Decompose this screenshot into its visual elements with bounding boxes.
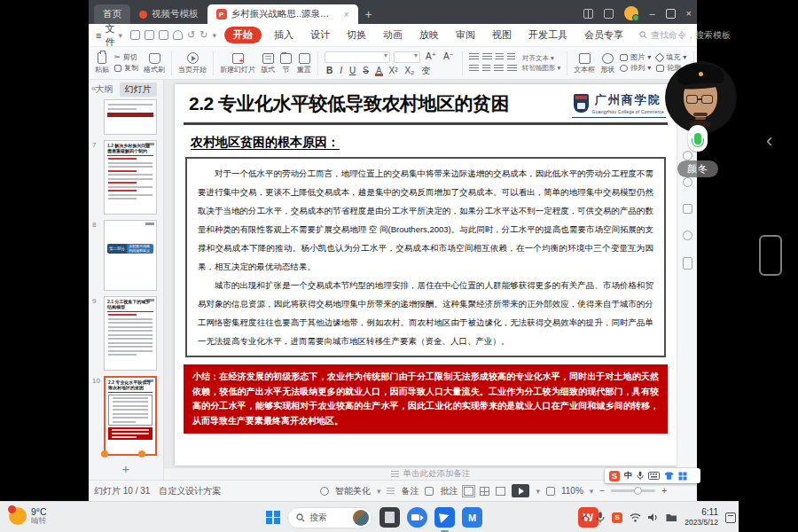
- account-avatar[interactable]: [624, 6, 638, 20]
- sogou-logo-icon[interactable]: S: [609, 471, 620, 481]
- indent-increase-icon[interactable]: [507, 53, 515, 61]
- slide-thumbnail[interactable]: [104, 99, 157, 135]
- taskbar-search-input[interactable]: 搜索: [287, 507, 372, 528]
- zoom-out-button[interactable]: −: [599, 486, 605, 496]
- sorter-view-button[interactable]: [480, 487, 489, 496]
- lang-mode-toggle[interactable]: 中: [624, 470, 632, 481]
- smart-beautify-button[interactable]: 智能美化: [335, 485, 371, 497]
- preview-icon[interactable]: [173, 30, 183, 40]
- beautify-strip-icon[interactable]: [683, 151, 692, 160]
- speaker-icon[interactable]: [648, 512, 659, 522]
- idea-strip-icon[interactable]: [683, 231, 692, 240]
- slideshow-play-button[interactable]: [512, 484, 529, 497]
- play-from-current-button[interactable]: 当页开始: [178, 52, 207, 74]
- redo-icon[interactable]: ↻: [200, 29, 207, 41]
- wifi-icon[interactable]: [630, 512, 641, 522]
- layout-mode-icon[interactable]: [583, 9, 593, 19]
- play-options-caret[interactable]: ▾: [536, 487, 540, 496]
- weather-widget[interactable]: 9°C 晴转: [9, 506, 47, 526]
- collapse-panel-icon[interactable]: «: [91, 83, 97, 93]
- slide-thumbnail-selected[interactable]: 2.2 专业化水平较低导致农村地区的贫困: [104, 376, 157, 456]
- font-size-select[interactable]: [394, 51, 420, 63]
- design-scheme-label[interactable]: 自定义设计方案: [159, 485, 221, 497]
- zoom-level[interactable]: 110%: [561, 486, 583, 496]
- fit-window-icon[interactable]: [546, 487, 555, 496]
- sogou-tray-icon[interactable]: S: [612, 512, 622, 523]
- panel-tab-slides[interactable]: 幻灯片: [120, 82, 157, 97]
- notes-toggle-button[interactable]: 备注: [401, 485, 419, 497]
- cut-button[interactable]: ✂剪切: [114, 54, 138, 61]
- thumbnail-row-partial[interactable]: [104, 99, 163, 135]
- thumbnail-row-7[interactable]: 7 1.2 解决乡村振兴问题需着重破解四个制约: [104, 140, 163, 215]
- indent-decrease-icon[interactable]: [496, 53, 504, 61]
- maximize-button[interactable]: [666, 9, 676, 19]
- output-icon[interactable]: [145, 30, 154, 40]
- menu-item-transition[interactable]: 切换: [342, 27, 371, 43]
- menu-item-devtools[interactable]: 开发工具: [524, 27, 572, 43]
- font-family-select[interactable]: [325, 51, 390, 63]
- comments-button[interactable]: 批注: [440, 485, 458, 497]
- slide-title[interactable]: 2.2 专业化水平较低导致农村地区的贫困: [189, 92, 572, 115]
- thumbnail-row-9[interactable]: 9 2.1 分工视角下的城乡结构模型: [104, 296, 163, 371]
- subscript-button[interactable]: X₂: [403, 66, 417, 75]
- picture-button[interactable]: 图片 ▾: [620, 54, 651, 61]
- align-right-icon[interactable]: [494, 65, 504, 73]
- format-painter-button[interactable]: 格式刷: [144, 53, 165, 74]
- decrease-font-button[interactable]: A⁻: [442, 52, 456, 61]
- arrange-button[interactable]: 排列 ▾: [620, 65, 651, 72]
- font-color-button[interactable]: A: [374, 66, 384, 75]
- slide-thumbnail[interactable]: 2.1 分工视角下的城乡结构模型: [104, 296, 157, 371]
- ime-toolbox-icon[interactable]: [678, 472, 687, 481]
- layout-button[interactable]: 版式: [261, 53, 275, 74]
- panel-tab-outline[interactable]: 大纲: [96, 83, 113, 96]
- align-center-icon[interactable]: [482, 65, 490, 73]
- slide-body-textbox[interactable]: 对于一个低水平的劳动分工而言，地理位置上的交易集中将带来边际递增的交易成本，因此…: [185, 157, 666, 357]
- underline-button[interactable]: U: [348, 66, 357, 75]
- close-button[interactable]: ×: [686, 9, 692, 19]
- workspace-icon[interactable]: [604, 9, 614, 19]
- textbox-button[interactable]: 文本框: [574, 53, 595, 74]
- minimize-button[interactable]: –: [649, 9, 654, 19]
- summary-box[interactable]: 小结：在经济发展的初级形态下，农业作为传统部门由于分工限制无法形成较高的专业化水…: [184, 364, 668, 434]
- new-tab-button[interactable]: +: [358, 7, 379, 24]
- numbered-list-icon[interactable]: [482, 53, 492, 61]
- close-tab-icon[interactable]: ×: [344, 10, 349, 20]
- taskbar-app-notebook[interactable]: [379, 507, 400, 528]
- align-text-button[interactable]: 对齐文本 ▾: [522, 55, 560, 62]
- menu-item-review[interactable]: 审阅: [451, 27, 480, 43]
- taskbar-app-m[interactable]: M: [462, 507, 482, 528]
- ime-mic-icon[interactable]: [637, 471, 644, 481]
- slide-heading[interactable]: 农村地区贫困的根本原因：: [191, 135, 677, 151]
- taskbar-app-meeting[interactable]: [407, 507, 427, 528]
- zoom-slider[interactable]: [611, 489, 655, 492]
- reset-button[interactable]: 重置: [297, 53, 311, 74]
- phone-strip-icon[interactable]: [683, 257, 692, 270]
- notes-strip-icon[interactable]: [683, 204, 692, 214]
- thumbnail-row-10-selected[interactable]: 10 2.2 专业化水平较低导致农村地区的贫困: [104, 376, 163, 456]
- menu-item-home[interactable]: 开始: [224, 27, 262, 43]
- sogou-input-toolbar[interactable]: S 中: [605, 468, 700, 483]
- increase-font-button[interactable]: A⁺: [424, 52, 438, 61]
- webcam-video-bubble[interactable]: [665, 62, 736, 133]
- microphone-tray-icon[interactable]: [596, 512, 605, 523]
- file-menu[interactable]: ≡ 文件 ▾: [96, 22, 122, 49]
- bold-button[interactable]: B: [325, 66, 334, 75]
- zoom-in-button[interactable]: +: [661, 486, 667, 496]
- ime-keyboard-icon[interactable]: [648, 472, 660, 480]
- smart-graphic-button[interactable]: 转智能图形 ▾: [522, 65, 560, 72]
- taskbar-app-messenger[interactable]: [434, 507, 455, 528]
- quick-access-caret[interactable]: ▾: [212, 31, 216, 40]
- reading-view-button[interactable]: [496, 487, 505, 496]
- folder-tray-icon[interactable]: [666, 512, 677, 522]
- thumbnail-row-8[interactable]: 8 第二部分 乡村振兴战略的内涵和定义: [104, 220, 163, 291]
- align-left-icon[interactable]: [469, 65, 479, 73]
- clock-widget[interactable]: 6:11 2023/5/12: [685, 507, 718, 527]
- slide-thumbnail[interactable]: 1.2 解决乡村振兴问题需着重破解四个制约: [104, 140, 157, 215]
- print-icon[interactable]: [159, 30, 168, 40]
- command-search[interactable]: 查找命令，搜索模板: [639, 29, 731, 42]
- help-strip-icon[interactable]: [683, 177, 692, 187]
- menu-item-design[interactable]: 设计: [306, 27, 334, 43]
- menu-item-view[interactable]: 视图: [488, 27, 516, 43]
- zoom-slider-knob[interactable]: [634, 487, 642, 495]
- menu-item-insert[interactable]: 插入: [270, 27, 298, 43]
